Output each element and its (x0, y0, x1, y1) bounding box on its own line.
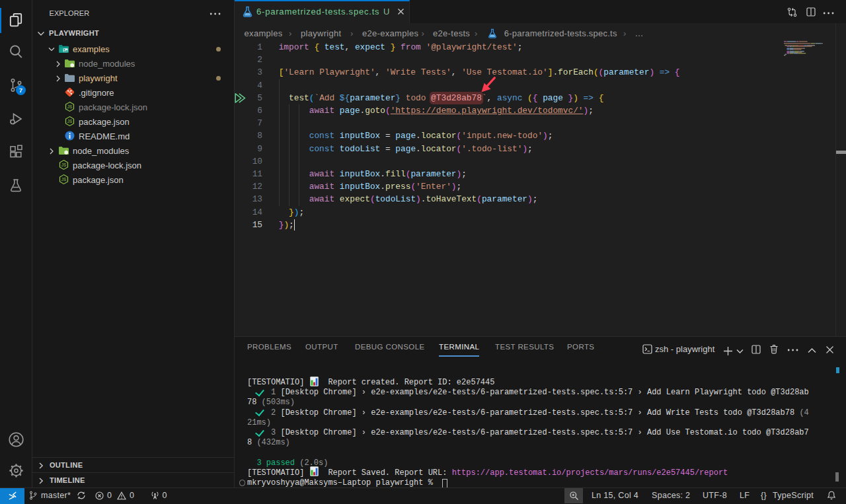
svg-text:JS: JS (61, 162, 66, 167)
svg-text:JS: JS (61, 177, 66, 182)
svg-text:JS: JS (67, 104, 72, 109)
svg-text:JS: JS (67, 119, 72, 124)
